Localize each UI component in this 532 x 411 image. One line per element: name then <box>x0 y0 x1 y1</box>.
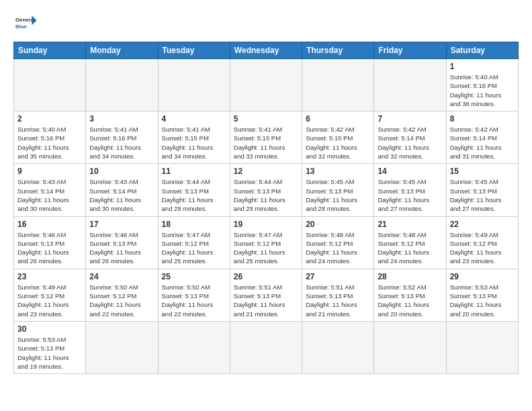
empty-cell <box>86 321 158 373</box>
day-cell-24: 24Sunrise: 5:50 AM Sunset: 5:12 PM Dayli… <box>86 269 158 321</box>
weekday-tuesday: Tuesday <box>158 42 230 59</box>
day-info: Sunrise: 5:51 AM Sunset: 5:13 PM Dayligh… <box>234 283 298 318</box>
day-number: 3 <box>89 114 154 124</box>
day-info: Sunrise: 5:44 AM Sunset: 5:13 PM Dayligh… <box>162 177 226 213</box>
day-number: 8 <box>450 114 515 124</box>
day-info: Sunrise: 5:44 AM Sunset: 5:13 PM Dayligh… <box>234 177 298 213</box>
calendar-row-2: 9Sunrise: 5:43 AM Sunset: 5:14 PM Daylig… <box>14 164 519 216</box>
day-cell-15: 15Sunrise: 5:45 AM Sunset: 5:13 PM Dayli… <box>446 164 518 216</box>
day-number: 9 <box>17 167 82 176</box>
day-cell-22: 22Sunrise: 5:49 AM Sunset: 5:12 PM Dayli… <box>446 216 518 269</box>
day-cell-7: 7Sunrise: 5:42 AM Sunset: 5:14 PM Daylig… <box>374 111 446 164</box>
day-cell-20: 20Sunrise: 5:48 AM Sunset: 5:12 PM Dayli… <box>302 216 374 269</box>
day-number: 2 <box>17 114 82 124</box>
empty-cell <box>230 59 302 111</box>
day-info: Sunrise: 5:42 AM Sunset: 5:15 PM Dayligh… <box>306 125 370 161</box>
day-number: 22 <box>450 220 515 229</box>
day-info: Sunrise: 5:47 AM Sunset: 5:12 PM Dayligh… <box>234 230 298 266</box>
weekday-monday: Monday <box>86 42 158 59</box>
day-number: 23 <box>17 272 82 281</box>
day-number: 18 <box>162 220 226 229</box>
empty-cell <box>302 59 374 111</box>
day-info: Sunrise: 5:40 AM Sunset: 5:16 PM Dayligh… <box>450 73 515 108</box>
day-cell-4: 4Sunrise: 5:41 AM Sunset: 5:15 PM Daylig… <box>158 111 230 164</box>
day-number: 11 <box>162 167 226 176</box>
day-cell-30: 30Sunrise: 5:53 AM Sunset: 5:13 PM Dayli… <box>14 321 86 373</box>
empty-cell <box>302 321 374 373</box>
day-number: 7 <box>378 114 442 124</box>
day-number: 16 <box>17 220 82 229</box>
day-info: Sunrise: 5:48 AM Sunset: 5:12 PM Dayligh… <box>306 230 370 266</box>
calendar-row-3: 16Sunrise: 5:46 AM Sunset: 5:13 PM Dayli… <box>14 216 519 269</box>
day-number: 15 <box>450 167 515 176</box>
day-cell-2: 2Sunrise: 5:40 AM Sunset: 5:16 PM Daylig… <box>14 111 86 164</box>
calendar-row-0: 1Sunrise: 5:40 AM Sunset: 5:16 PM Daylig… <box>14 59 519 111</box>
day-number: 30 <box>17 324 82 334</box>
day-info: Sunrise: 5:40 AM Sunset: 5:16 PM Dayligh… <box>17 125 82 161</box>
day-cell-26: 26Sunrise: 5:51 AM Sunset: 5:13 PM Dayli… <box>230 269 302 321</box>
day-info: Sunrise: 5:45 AM Sunset: 5:13 PM Dayligh… <box>378 177 442 213</box>
day-number: 26 <box>234 272 298 281</box>
day-cell-13: 13Sunrise: 5:45 AM Sunset: 5:13 PM Dayli… <box>302 164 374 216</box>
day-info: Sunrise: 5:50 AM Sunset: 5:13 PM Dayligh… <box>162 283 226 318</box>
day-cell-28: 28Sunrise: 5:52 AM Sunset: 5:13 PM Dayli… <box>374 269 446 321</box>
day-info: Sunrise: 5:49 AM Sunset: 5:12 PM Dayligh… <box>450 230 515 266</box>
day-info: Sunrise: 5:46 AM Sunset: 5:13 PM Dayligh… <box>17 230 82 266</box>
weekday-header-row: SundayMondayTuesdayWednesdayThursdayFrid… <box>14 42 519 59</box>
day-cell-10: 10Sunrise: 5:43 AM Sunset: 5:14 PM Dayli… <box>86 164 158 216</box>
day-number: 13 <box>306 167 370 176</box>
day-number: 1 <box>450 62 515 71</box>
empty-cell <box>86 59 158 111</box>
svg-text:Blue: Blue <box>15 24 28 30</box>
empty-cell <box>374 59 446 111</box>
day-number: 12 <box>234 167 298 176</box>
day-info: Sunrise: 5:52 AM Sunset: 5:13 PM Dayligh… <box>378 283 442 318</box>
empty-cell <box>158 59 230 111</box>
day-cell-16: 16Sunrise: 5:46 AM Sunset: 5:13 PM Dayli… <box>14 216 86 269</box>
day-cell-21: 21Sunrise: 5:48 AM Sunset: 5:12 PM Dayli… <box>374 216 446 269</box>
day-cell-14: 14Sunrise: 5:45 AM Sunset: 5:13 PM Dayli… <box>374 164 446 216</box>
day-info: Sunrise: 5:41 AM Sunset: 5:16 PM Dayligh… <box>89 125 154 161</box>
day-info: Sunrise: 5:43 AM Sunset: 5:14 PM Dayligh… <box>89 177 154 213</box>
day-number: 29 <box>450 272 515 281</box>
day-number: 14 <box>378 167 442 176</box>
day-number: 6 <box>306 114 370 124</box>
day-cell-25: 25Sunrise: 5:50 AM Sunset: 5:13 PM Dayli… <box>158 269 230 321</box>
day-number: 27 <box>306 272 370 281</box>
day-cell-18: 18Sunrise: 5:47 AM Sunset: 5:12 PM Dayli… <box>158 216 230 269</box>
day-number: 25 <box>162 272 226 281</box>
empty-cell <box>230 321 302 373</box>
calendar-row-5: 30Sunrise: 5:53 AM Sunset: 5:13 PM Dayli… <box>14 321 519 373</box>
logo: General Blue <box>13 11 40 35</box>
day-info: Sunrise: 5:49 AM Sunset: 5:12 PM Dayligh… <box>17 283 82 318</box>
day-number: 19 <box>234 220 298 229</box>
calendar-row-1: 2Sunrise: 5:40 AM Sunset: 5:16 PM Daylig… <box>14 111 519 164</box>
day-cell-27: 27Sunrise: 5:51 AM Sunset: 5:13 PM Dayli… <box>302 269 374 321</box>
day-number: 24 <box>89 272 154 281</box>
day-info: Sunrise: 5:41 AM Sunset: 5:15 PM Dayligh… <box>234 125 298 161</box>
day-info: Sunrise: 5:43 AM Sunset: 5:14 PM Dayligh… <box>17 177 82 213</box>
weekday-wednesday: Wednesday <box>230 42 302 59</box>
day-cell-8: 8Sunrise: 5:42 AM Sunset: 5:14 PM Daylig… <box>446 111 518 164</box>
day-info: Sunrise: 5:50 AM Sunset: 5:12 PM Dayligh… <box>89 283 154 318</box>
day-info: Sunrise: 5:45 AM Sunset: 5:13 PM Dayligh… <box>306 177 370 213</box>
day-cell-12: 12Sunrise: 5:44 AM Sunset: 5:13 PM Dayli… <box>230 164 302 216</box>
day-cell-19: 19Sunrise: 5:47 AM Sunset: 5:12 PM Dayli… <box>230 216 302 269</box>
empty-cell <box>158 321 230 373</box>
weekday-thursday: Thursday <box>302 42 374 59</box>
day-number: 28 <box>378 272 442 281</box>
day-number: 21 <box>378 220 442 229</box>
page: General Blue SundayMondayTuesdayWednesda… <box>0 0 532 381</box>
day-cell-3: 3Sunrise: 5:41 AM Sunset: 5:16 PM Daylig… <box>86 111 158 164</box>
day-cell-23: 23Sunrise: 5:49 AM Sunset: 5:12 PM Dayli… <box>14 269 86 321</box>
empty-cell <box>14 59 86 111</box>
weekday-saturday: Saturday <box>446 42 518 59</box>
day-info: Sunrise: 5:45 AM Sunset: 5:13 PM Dayligh… <box>450 177 515 213</box>
day-info: Sunrise: 5:42 AM Sunset: 5:14 PM Dayligh… <box>450 125 515 161</box>
day-cell-29: 29Sunrise: 5:53 AM Sunset: 5:13 PM Dayli… <box>446 269 518 321</box>
day-info: Sunrise: 5:42 AM Sunset: 5:14 PM Dayligh… <box>378 125 442 161</box>
weekday-friday: Friday <box>374 42 446 59</box>
day-number: 4 <box>162 114 226 124</box>
day-cell-1: 1Sunrise: 5:40 AM Sunset: 5:16 PM Daylig… <box>446 59 518 111</box>
day-info: Sunrise: 5:48 AM Sunset: 5:12 PM Dayligh… <box>378 230 442 266</box>
